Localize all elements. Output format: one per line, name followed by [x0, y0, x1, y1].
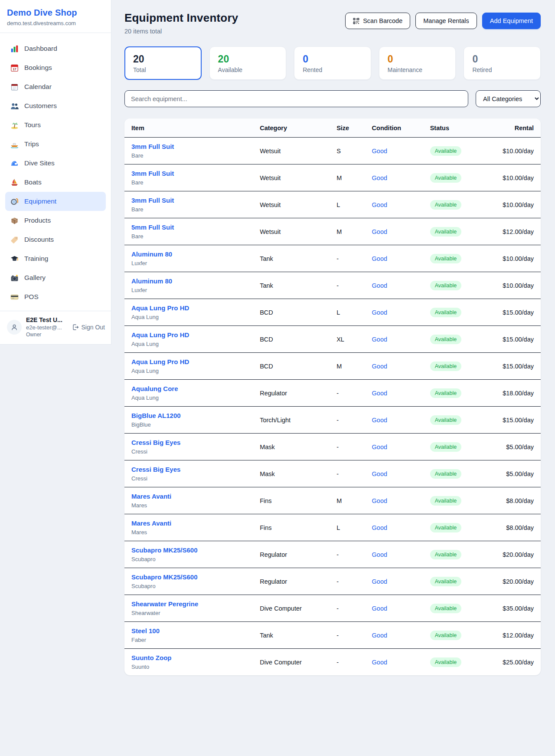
- item-size: S: [330, 138, 365, 164]
- item-condition[interactable]: Good: [372, 390, 387, 397]
- item-condition[interactable]: Good: [372, 148, 387, 154]
- page-header: Equipment Inventory 20 items total Scan …: [124, 11, 541, 35]
- sidebar-item-gallery[interactable]: Gallery: [5, 268, 106, 287]
- item-condition[interactable]: Good: [372, 578, 387, 585]
- stat-card-maintenance[interactable]: 0Maintenance: [379, 46, 456, 80]
- add-equipment-button[interactable]: Add Equipment: [482, 13, 541, 29]
- stat-card-total[interactable]: 20Total: [124, 46, 202, 80]
- rental-price: $5.00/day: [506, 444, 534, 450]
- item-condition[interactable]: Good: [372, 336, 387, 343]
- status-badge: Available: [430, 173, 462, 183]
- status-badge: Available: [430, 308, 462, 317]
- status-badge: Available: [430, 227, 462, 237]
- status-badge: Available: [430, 442, 462, 452]
- item-name-link[interactable]: BigBlue AL1200: [131, 412, 181, 419]
- sign-out-button[interactable]: Sign Out: [72, 324, 105, 331]
- item-name-link[interactable]: 5mm Full Suit: [131, 224, 174, 231]
- status-badge: Available: [430, 577, 462, 586]
- item-condition[interactable]: Good: [372, 632, 387, 639]
- sidebar-item-dive-sites[interactable]: Dive Sites: [5, 154, 106, 173]
- manage-rentals-button[interactable]: Manage Rentals: [415, 13, 477, 29]
- item-name-link[interactable]: Steel 100: [131, 627, 160, 634]
- tours-icon: [10, 121, 19, 129]
- item-name-link[interactable]: Aqua Lung Pro HD: [131, 331, 189, 339]
- sidebar-item-label: Bookings: [24, 64, 52, 72]
- item-condition[interactable]: Good: [372, 201, 387, 208]
- rental-price: $10.00/day: [503, 201, 534, 208]
- table-row: Aqua Lung Pro HDAqua LungBCDXLGoodAvaila…: [124, 326, 541, 353]
- item-category: BCD: [253, 299, 330, 326]
- item-name-link[interactable]: Aqua Lung Pro HD: [131, 358, 189, 365]
- item-size: -: [330, 622, 365, 649]
- sidebar-item-discounts[interactable]: Discounts: [5, 230, 106, 249]
- item-condition[interactable]: Good: [372, 363, 387, 370]
- item-brand: Cressi: [131, 448, 246, 455]
- item-name-link[interactable]: Scubapro MK25/S600: [131, 546, 198, 554]
- stat-card-rented[interactable]: 0Rented: [294, 46, 371, 80]
- sidebar-item-products[interactable]: Products: [5, 211, 106, 230]
- item-size: M: [330, 218, 365, 245]
- item-name-link[interactable]: 3mm Full Suit: [131, 197, 174, 204]
- customers-icon: [10, 102, 19, 110]
- item-category: BCD: [253, 326, 330, 353]
- stat-card-available[interactable]: 20Available: [209, 46, 287, 80]
- sidebar-item-calendar[interactable]: Calendar: [5, 77, 106, 96]
- item-category: Wetsuit: [253, 138, 330, 164]
- barcode-icon: [353, 18, 359, 24]
- item-name-link[interactable]: Mares Avanti: [131, 519, 171, 527]
- sidebar-item-training[interactable]: Training: [5, 249, 106, 268]
- item-condition[interactable]: Good: [372, 444, 387, 450]
- item-condition[interactable]: Good: [372, 497, 387, 504]
- item-condition[interactable]: Good: [372, 659, 387, 666]
- scan-barcode-button[interactable]: Scan Barcode: [345, 13, 410, 29]
- item-name-link[interactable]: Scubapro MK25/S600: [131, 573, 198, 581]
- item-name-link[interactable]: Cressi Big Eyes: [131, 439, 180, 446]
- sidebar: Demo Dive Shop demo.test.divestreams.com…: [0, 0, 111, 345]
- sidebar-item-dashboard[interactable]: Dashboard: [5, 39, 106, 58]
- sidebar-item-pos[interactable]: POS: [5, 287, 106, 306]
- rental-price: $15.00/day: [503, 417, 534, 424]
- item-category: Torch/Light: [253, 407, 330, 434]
- table-row: Cressi Big EyesCressiMask-GoodAvailable$…: [124, 460, 541, 487]
- item-condition[interactable]: Good: [372, 309, 387, 316]
- sidebar-item-bookings[interactable]: 17Bookings: [5, 58, 106, 77]
- user-role: Owner: [26, 332, 62, 338]
- item-condition[interactable]: Good: [372, 524, 387, 531]
- brand-name[interactable]: Demo Dive Shop: [7, 8, 104, 18]
- item-brand: Bare: [131, 152, 246, 159]
- user-email: e2e-tester@...: [26, 324, 62, 331]
- sidebar-item-customers[interactable]: Customers: [5, 96, 106, 115]
- item-name-link[interactable]: Cressi Big Eyes: [131, 466, 180, 473]
- item-name-link[interactable]: Aqua Lung Pro HD: [131, 304, 189, 312]
- item-condition[interactable]: Good: [372, 470, 387, 477]
- item-name-link[interactable]: Shearwater Peregrine: [131, 600, 198, 608]
- item-name-link[interactable]: 3mm Full Suit: [131, 170, 174, 177]
- stat-card-retired[interactable]: 0Retired: [464, 46, 541, 80]
- item-condition[interactable]: Good: [372, 551, 387, 558]
- item-condition[interactable]: Good: [372, 417, 387, 424]
- sidebar-item-equipment[interactable]: Equipment: [5, 192, 106, 211]
- item-name-link[interactable]: Suunto Zoop: [131, 654, 171, 661]
- item-condition[interactable]: Good: [372, 228, 387, 235]
- sidebar-item-boats[interactable]: Boats: [5, 173, 106, 192]
- category-select[interactable]: All Categories: [476, 90, 541, 107]
- item-condition[interactable]: Good: [372, 605, 387, 612]
- item-name-link[interactable]: Aluminum 80: [131, 277, 172, 285]
- stat-label: Retired: [472, 66, 532, 73]
- item-condition[interactable]: Good: [372, 255, 387, 262]
- table-row: Aqua Lung Pro HDAqua LungBCDLGoodAvailab…: [124, 299, 541, 326]
- item-condition[interactable]: Good: [372, 282, 387, 289]
- sidebar-item-tours[interactable]: Tours: [5, 115, 106, 135]
- item-name-link[interactable]: Mares Avanti: [131, 493, 171, 500]
- item-name-link[interactable]: Aluminum 80: [131, 250, 172, 258]
- status-badge: Available: [430, 496, 462, 506]
- search-input[interactable]: [124, 90, 468, 107]
- item-category: Tank: [253, 272, 330, 299]
- trips-icon: [10, 140, 19, 148]
- item-name-link[interactable]: 3mm Full Suit: [131, 143, 174, 150]
- button-label: Add Equipment: [490, 17, 533, 24]
- sidebar-item-trips[interactable]: Trips: [5, 135, 106, 154]
- item-name-link[interactable]: Aqualung Core: [131, 385, 178, 392]
- item-size: -: [330, 380, 365, 407]
- item-condition[interactable]: Good: [372, 174, 387, 181]
